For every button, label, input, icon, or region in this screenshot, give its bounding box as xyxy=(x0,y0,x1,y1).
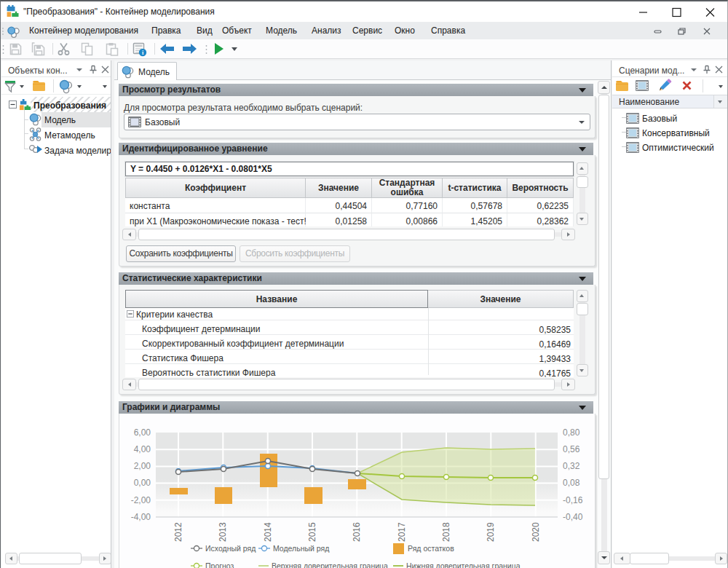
svg-text:0,08: 0,08 xyxy=(563,478,580,488)
svg-text:2019: 2019 xyxy=(486,522,496,542)
svg-text:2016: 2016 xyxy=(352,522,362,542)
svg-text:2,00: 2,00 xyxy=(134,461,151,471)
svg-text:2017: 2017 xyxy=(397,522,407,542)
svg-text:-2,00: -2,00 xyxy=(131,495,151,505)
svg-text:Верхняя доверительная граница: Верхняя доверительная граница xyxy=(272,561,388,568)
svg-text:2015: 2015 xyxy=(307,522,317,542)
svg-text:2014: 2014 xyxy=(263,522,273,542)
svg-text:-0,40: -0,40 xyxy=(563,512,583,522)
svg-text:Прогноз: Прогноз xyxy=(205,561,234,568)
svg-text:Исходный ряд: Исходный ряд xyxy=(205,544,256,553)
svg-text:0,32: 0,32 xyxy=(563,461,580,471)
svg-text:2020: 2020 xyxy=(531,522,541,542)
svg-text:2013: 2013 xyxy=(218,522,228,542)
svg-text:-4,00: -4,00 xyxy=(131,512,151,522)
svg-text:0,56: 0,56 xyxy=(563,444,580,454)
svg-text:2012: 2012 xyxy=(173,522,183,542)
svg-text:0,00: 0,00 xyxy=(134,478,151,488)
svg-text:2018: 2018 xyxy=(441,522,451,542)
svg-text:Нижняя доверительная граница: Нижняя доверительная граница xyxy=(406,561,521,568)
svg-text:Ряд остатков: Ряд остатков xyxy=(408,544,454,553)
svg-text:Модельный ряд: Модельный ряд xyxy=(273,544,329,553)
svg-text:4,00: 4,00 xyxy=(134,444,151,454)
svg-text:0,80: 0,80 xyxy=(563,427,580,438)
svg-text:-0,16: -0,16 xyxy=(563,495,583,505)
svg-text:6,00: 6,00 xyxy=(134,427,151,438)
